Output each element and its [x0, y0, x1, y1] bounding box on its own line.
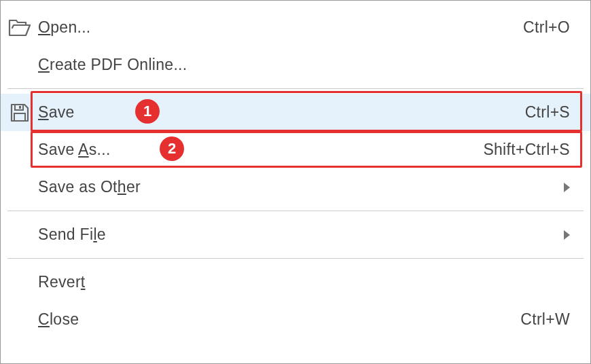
menu-item-close[interactable]: Close Ctrl+W: [1, 301, 590, 338]
save-icon: [1, 94, 38, 131]
menu-item-open[interactable]: Open... Ctrl+O: [1, 9, 590, 46]
menu-item-create-pdf-online[interactable]: Create PDF Online...: [1, 46, 590, 84]
menu-label-open: Open...: [38, 18, 523, 37]
menu-item-revert[interactable]: Revert: [1, 263, 590, 301]
shortcut-open: Ctrl+O: [523, 18, 570, 37]
menu-label-close: Close: [38, 310, 520, 329]
shortcut-close: Ctrl+W: [520, 310, 570, 329]
menu-item-save-as-other[interactable]: Save as Other: [1, 168, 590, 206]
menu-label-save-as: Save As...: [38, 141, 483, 159]
menu-separator: [7, 211, 584, 211]
menu-item-save-as[interactable]: Save As... Shift+Ctrl+S: [1, 131, 590, 168]
annotation-badge-2: 2: [160, 136, 184, 161]
menu-label-send-file: Send File: [38, 225, 557, 244]
menu-label-save-as-other: Save as Other: [38, 178, 557, 196]
annotation-badge-1: 1: [135, 99, 160, 124]
menu-label-revert: Revert: [38, 273, 570, 291]
menu-label-save: Save: [38, 103, 525, 122]
file-menu: Open... Ctrl+O Create PDF Online... Save…: [0, 0, 591, 364]
menu-item-send-file[interactable]: Send File: [1, 216, 590, 253]
chevron-right-icon: [564, 230, 570, 240]
svg-rect-2: [14, 113, 25, 121]
shortcut-save: Ctrl+S: [525, 103, 570, 122]
menu-item-save[interactable]: Save Ctrl+S: [1, 94, 590, 131]
menu-label-create-pdf: Create PDF Online...: [38, 56, 570, 74]
chevron-right-icon: [564, 183, 570, 192]
menu-separator: [7, 258, 584, 259]
menu-separator: [7, 88, 584, 89]
folder-open-icon: [1, 9, 38, 46]
svg-rect-1: [19, 106, 21, 109]
shortcut-save-as: Shift+Ctrl+S: [483, 141, 570, 159]
